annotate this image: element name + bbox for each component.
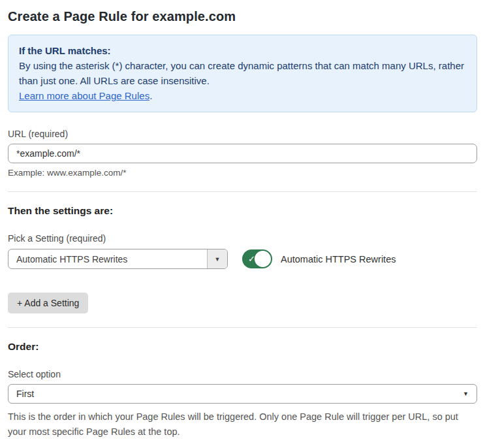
order-select[interactable]: First ▼: [8, 384, 477, 404]
url-field-label: URL (required): [8, 129, 477, 139]
chevron-down-icon: ▼: [463, 391, 469, 397]
divider: [8, 191, 477, 192]
order-select-label: Select option: [8, 369, 477, 379]
url-matches-info-box: If the URL matches: By using the asteris…: [8, 35, 477, 112]
https-rewrites-toggle[interactable]: ✓: [242, 249, 272, 268]
order-description: This is the order in which your Page Rul…: [8, 409, 477, 440]
page-title: Create a Page Rule for example.com: [8, 9, 477, 24]
info-box-body: By using the asterisk (*) character, you…: [19, 58, 466, 103]
order-section-heading: Order:: [8, 341, 477, 353]
url-example-helper: Example: www.example.com/*: [8, 168, 477, 178]
order-select-value: First: [16, 389, 34, 399]
setting-dropdown-value: Automatic HTTPS Rewrites: [8, 249, 207, 268]
info-box-body-text: By using the asterisk (*) character, you…: [19, 60, 464, 86]
setting-dropdown[interactable]: Automatic HTTPS Rewrites ▼: [8, 249, 228, 269]
pick-setting-label: Pick a Setting (required): [8, 233, 477, 244]
link-suffix: .: [149, 90, 152, 101]
create-page-rule-form: Create a Page Rule for example.com If th…: [0, 0, 485, 448]
toggle-knob: [255, 251, 271, 267]
divider: [8, 327, 477, 328]
info-box-heading: If the URL matches:: [19, 43, 466, 58]
settings-section-heading: Then the settings are:: [8, 205, 477, 217]
url-input[interactable]: [8, 144, 477, 163]
chevron-down-icon: ▼: [215, 256, 221, 263]
add-setting-button[interactable]: + Add a Setting: [8, 293, 88, 313]
toggle-label: Automatic HTTPS Rewrites: [281, 254, 396, 264]
setting-dropdown-button[interactable]: ▼: [207, 249, 227, 268]
learn-more-link[interactable]: Learn more about Page Rules: [19, 90, 149, 101]
setting-row: Automatic HTTPS Rewrites ▼ ✓ Automatic H…: [8, 249, 477, 269]
